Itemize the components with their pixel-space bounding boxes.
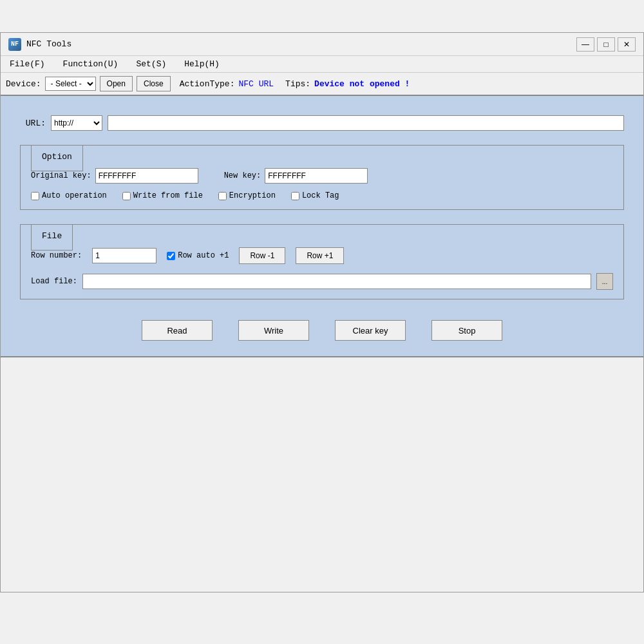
auto-operation-label: Auto operation <box>42 191 107 200</box>
lock-tag-checkbox[interactable] <box>291 192 299 200</box>
close-device-button[interactable]: Close <box>137 76 171 91</box>
title-bar-left: NF NFC Tools <box>8 38 71 51</box>
lock-tag-label: Lock Tag <box>302 191 339 200</box>
action-type-label: ActionType: <box>180 79 235 89</box>
option-checkboxes-row: Auto operation Write from file Encryptio… <box>31 191 613 200</box>
tips-label: Tips: <box>285 79 310 89</box>
load-file-label: Load file: <box>31 277 77 286</box>
title-bar: NF NFC Tools — □ ✕ <box>1 33 643 56</box>
browse-button[interactable]: ... <box>596 273 613 290</box>
write-from-file-label: Write from file <box>133 191 203 200</box>
original-key-input[interactable] <box>95 168 198 184</box>
action-type-value: NFC URL <box>238 79 274 89</box>
url-input[interactable] <box>108 115 624 131</box>
row-auto-label[interactable]: Row auto +1 <box>167 251 229 260</box>
encryption-checkbox-label[interactable]: Encryption <box>218 191 276 200</box>
file-row1: Row number: Row auto +1 Row -1 Row +1 <box>31 247 613 264</box>
auto-operation-checkbox-label[interactable]: Auto operation <box>31 191 107 200</box>
row-number-input[interactable] <box>92 248 156 263</box>
row-auto-checkbox[interactable] <box>167 252 175 260</box>
row-auto-text: Row auto +1 <box>178 251 229 260</box>
new-key-label: New key: <box>224 171 261 180</box>
app-icon: NF <box>8 38 21 51</box>
open-button[interactable]: Open <box>100 76 133 91</box>
toolbar: Device: - Select - Open Close ActionType… <box>1 73 643 96</box>
window-title: NFC Tools <box>26 39 71 49</box>
auto-operation-checkbox[interactable] <box>31 192 39 200</box>
action-buttons: Read Write Clear key Stop <box>20 320 624 341</box>
read-button[interactable]: Read <box>142 320 213 341</box>
load-file-input[interactable] <box>82 274 591 289</box>
url-label: URL: <box>20 118 46 128</box>
row-number-label: Row number: <box>31 251 82 260</box>
row-plus-button[interactable]: Row +1 <box>296 247 344 264</box>
device-select[interactable]: - Select - <box>45 77 96 91</box>
menu-bar: File(F) Function(U) Set(S) Help(H) <box>1 56 643 73</box>
title-bar-controls: — □ ✕ <box>576 37 636 52</box>
new-key-group: New key: <box>224 168 368 184</box>
write-from-file-checkbox-label[interactable]: Write from file <box>122 191 203 200</box>
write-button[interactable]: Write <box>238 320 309 341</box>
url-row: URL: http:// https:// ftp:// <box>20 115 624 131</box>
menu-function[interactable]: Function(U) <box>59 58 122 70</box>
clear-key-button[interactable]: Clear key <box>335 320 406 341</box>
row-minus-button[interactable]: Row -1 <box>239 247 285 264</box>
write-from-file-checkbox[interactable] <box>122 192 131 200</box>
close-button[interactable]: ✕ <box>618 37 636 52</box>
url-protocol-select[interactable]: http:// https:// ftp:// <box>51 115 102 131</box>
menu-help[interactable]: Help(H) <box>180 58 223 70</box>
menu-set[interactable]: Set(S) <box>132 58 170 70</box>
encryption-checkbox[interactable] <box>218 192 227 200</box>
main-area: URL: http:// https:// ftp:// Option Orig… <box>1 96 643 356</box>
option-group: Option Original key: New key: Auto opera… <box>20 145 624 210</box>
encryption-label: Encryption <box>229 191 276 200</box>
bottom-area <box>1 356 643 592</box>
minimize-button[interactable]: — <box>576 37 594 52</box>
option-keys-row: Original key: New key: <box>31 168 613 184</box>
file-legend: File <box>31 224 73 251</box>
file-row2: Load file: ... <box>31 273 613 290</box>
main-window: NF NFC Tools — □ ✕ File(F) Function(U) S… <box>0 32 644 592</box>
menu-file[interactable]: File(F) <box>6 58 49 70</box>
tips-value: Device not opened ! <box>314 79 410 89</box>
maximize-button[interactable]: □ <box>597 37 615 52</box>
file-group: File Row number: Row auto +1 Row -1 Row … <box>20 224 624 299</box>
new-key-input[interactable] <box>265 168 368 184</box>
original-key-label: Original key: <box>31 171 91 180</box>
option-legend: Option <box>31 145 83 171</box>
stop-button[interactable]: Stop <box>431 320 502 341</box>
device-label: Device: <box>6 79 41 89</box>
lock-tag-checkbox-label[interactable]: Lock Tag <box>291 191 339 200</box>
